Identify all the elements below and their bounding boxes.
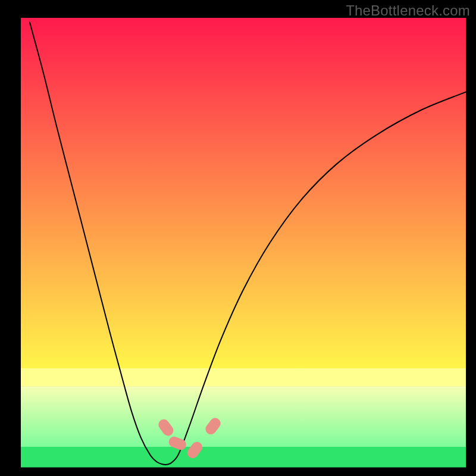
svg-rect-2 — [21, 368, 466, 387]
chart-container: TheBottleneck.com — [0, 0, 476, 476]
chart-svg — [0, 0, 476, 476]
watermark-text: TheBottleneck.com — [346, 2, 470, 19]
svg-rect-1 — [21, 18, 466, 368]
svg-rect-4 — [21, 447, 466, 467]
chart-plot — [0, 0, 476, 476]
svg-rect-3 — [21, 386, 466, 447]
